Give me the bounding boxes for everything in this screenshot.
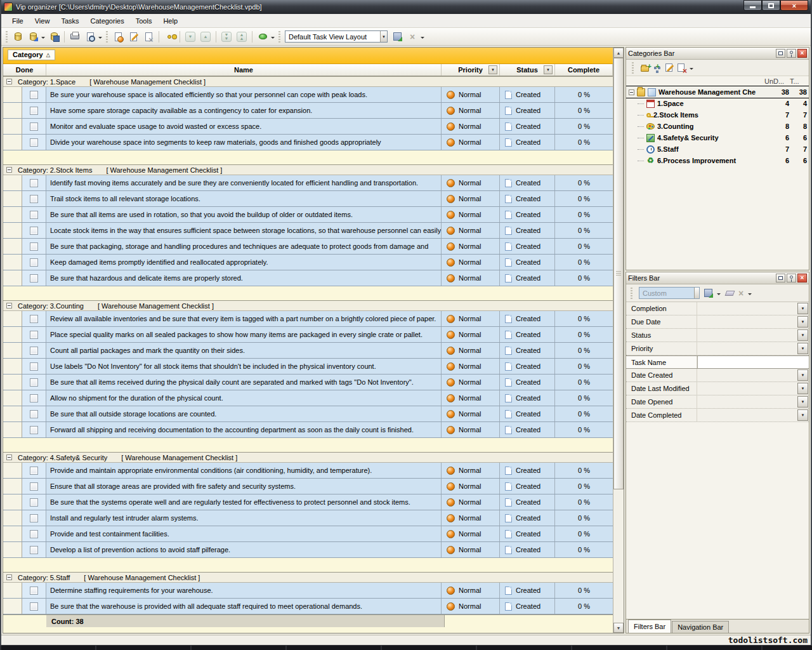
filter-caret-icon[interactable]	[271, 37, 275, 41]
done-checkbox[interactable]	[30, 242, 38, 251]
filters-close-button[interactable]: ×	[797, 274, 807, 282]
new-database-button[interactable]	[11, 30, 25, 44]
category-tree-item-3-counting[interactable]: 3.Counting88	[626, 121, 809, 132]
print-preview-caret-icon[interactable]	[98, 37, 102, 41]
filter-dropdown-icon[interactable]: ▼	[797, 343, 808, 354]
filters-pin-button[interactable]	[787, 274, 796, 282]
column-header-complete[interactable]: Complete	[555, 64, 613, 76]
priority-filter-dropdown-icon[interactable]: ▼	[488, 65, 497, 74]
done-checkbox[interactable]	[30, 602, 38, 611]
status-cell[interactable]: Created	[500, 390, 555, 406]
menu-help[interactable]: Help	[157, 15, 183, 27]
task-name[interactable]: Be sure that the systems operate well an…	[46, 494, 442, 510]
priority-cell[interactable]: Normal	[442, 542, 500, 557]
collapse-group-icon[interactable]	[6, 454, 12, 460]
filter-dropdown-icon[interactable]: ▼	[797, 396, 808, 408]
done-checkbox[interactable]	[30, 410, 38, 418]
panel-tab-navigation-bar[interactable]: Navigation Bar	[672, 621, 729, 633]
categories-restore-button[interactable]	[776, 49, 785, 58]
windows-taskbar-edge[interactable]	[0, 645, 812, 650]
filter-value[interactable]	[697, 382, 797, 395]
new-category-icon[interactable]	[641, 66, 649, 72]
priority-cell[interactable]: Normal	[442, 359, 500, 374]
priority-cell[interactable]: Normal	[442, 311, 500, 326]
done-checkbox[interactable]	[30, 315, 38, 323]
collapse-group-icon[interactable]	[6, 79, 12, 84]
task-name[interactable]: Monitor and evaluate space usage to avoi…	[46, 119, 442, 134]
task-row[interactable]: Identify fast moving items accurately an…	[3, 175, 613, 191]
menu-tools[interactable]: Tools	[130, 15, 158, 27]
save-database-button[interactable]	[47, 30, 61, 44]
done-checkbox[interactable]	[30, 331, 38, 339]
task-name[interactable]: Provide and test containment facilities.	[46, 526, 442, 541]
vertical-scrollbar[interactable]: ▲ ▼	[613, 48, 624, 633]
category-group-header[interactable]: Category: 3.Counting[ Warehouse Manageme…	[3, 300, 613, 311]
scroll-up-icon[interactable]: ▲	[613, 48, 624, 58]
done-checkbox[interactable]	[30, 258, 38, 267]
status-cell[interactable]: Created	[500, 494, 555, 510]
priority-cell[interactable]: Normal	[442, 207, 500, 222]
total-column-header[interactable]: T...	[790, 77, 806, 85]
task-name[interactable]: Review all available inventories and be …	[46, 311, 442, 326]
done-checkbox[interactable]	[30, 467, 38, 475]
done-checkbox[interactable]	[30, 123, 38, 131]
highlight-tasks-button[interactable]	[162, 30, 176, 44]
task-row[interactable]: Trail stock items to all relevant storag…	[3, 191, 613, 207]
done-checkbox[interactable]	[30, 227, 38, 235]
delete-category-icon[interactable]	[678, 63, 684, 72]
menu-view[interactable]: View	[29, 15, 56, 27]
task-row[interactable]: Forward all shipping and receiving docum…	[3, 422, 613, 438]
task-row[interactable]: Be sure that all items are used in rotat…	[3, 207, 613, 223]
done-checkbox[interactable]	[30, 347, 38, 355]
task-name[interactable]: Locate stock items in the way that ensur…	[46, 223, 442, 238]
task-row[interactable]: Have some spare storage capacity availab…	[3, 103, 613, 119]
status-cell[interactable]: Created	[500, 311, 555, 326]
task-name[interactable]: Be sure that all items received during t…	[46, 375, 442, 390]
menu-categories[interactable]: Categories	[85, 15, 130, 27]
priority-cell[interactable]: Normal	[442, 343, 500, 358]
status-cell[interactable]: Created	[500, 542, 555, 557]
collapse-group-icon[interactable]	[6, 167, 12, 173]
layout-combo[interactable]: Default Task View Layout ▼	[285, 30, 388, 43]
print-button[interactable]	[68, 30, 82, 44]
done-checkbox[interactable]	[30, 378, 38, 387]
filter-button[interactable]	[256, 30, 270, 44]
status-cell[interactable]: Created	[500, 463, 555, 478]
status-cell[interactable]: Created	[500, 270, 555, 286]
priority-cell[interactable]: Normal	[442, 390, 500, 406]
status-cell[interactable]: Created	[500, 375, 555, 390]
filter-value[interactable]	[697, 395, 797, 408]
done-checkbox[interactable]	[30, 546, 38, 554]
task-row[interactable]: Develop a list of prevention actions to …	[3, 542, 613, 558]
task-row[interactable]: Review all available inventories and be …	[3, 311, 613, 327]
print-preview-button[interactable]	[83, 30, 97, 44]
status-cell[interactable]: Created	[500, 583, 555, 598]
category-group-header[interactable]: Category: 4.Safety& Security[ Warehouse …	[3, 452, 613, 463]
panel-tab-filters-bar[interactable]: Filters Bar	[628, 620, 671, 633]
toolbar-grip[interactable]	[106, 31, 108, 43]
task-name[interactable]: Be sure that the warehouse is provided w…	[46, 599, 442, 614]
status-cell[interactable]: Created	[500, 119, 555, 134]
task-row[interactable]: Determine staffing requirements for your…	[3, 583, 613, 599]
task-row[interactable]: Place special quality marks on all seale…	[3, 327, 613, 343]
filter-dropdown-icon[interactable]: ▼	[797, 383, 808, 394]
task-name[interactable]: Be sure that packaging, storage and hand…	[46, 239, 442, 254]
status-cell[interactable]: Created	[500, 223, 555, 238]
status-cell[interactable]: Created	[500, 510, 555, 526]
menu-tasks[interactable]: Tasks	[55, 15, 84, 27]
status-cell[interactable]: Created	[500, 406, 555, 421]
filter-value[interactable]	[697, 409, 797, 421]
filter-value[interactable]	[697, 369, 797, 381]
status-filter-dropdown-icon[interactable]: ▼	[544, 65, 553, 74]
task-row[interactable]: Be sure your warehouse space is allocate…	[3, 87, 613, 103]
task-row[interactable]: Be sure that the warehouse is provided w…	[3, 599, 613, 614]
done-checkbox[interactable]	[30, 138, 38, 147]
category-tree-item-6-process-improvement[interactable]: ♻6.Process Improvement66	[626, 155, 809, 166]
task-row[interactable]: Keep damaged items promptly identified a…	[3, 255, 613, 270]
delete-filter-icon[interactable]: ×	[738, 288, 743, 298]
task-name[interactable]: Be sure that hazardous and delicate item…	[46, 270, 442, 286]
move-up-button[interactable]: ▲	[199, 30, 213, 44]
task-name[interactable]: Divide your warehouse space into segment…	[46, 135, 442, 150]
category-tree-item-4-safety-security[interactable]: 4.Safety& Security66	[626, 132, 809, 143]
undone-column-header[interactable]: UnD...	[764, 77, 790, 85]
